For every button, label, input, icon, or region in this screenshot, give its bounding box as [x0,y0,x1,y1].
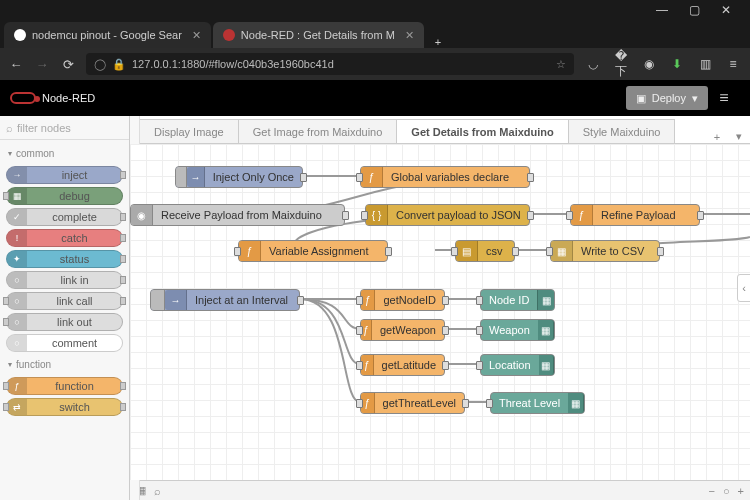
window-minimize[interactable]: — [646,3,678,17]
forward-icon[interactable]: → [34,57,50,72]
palette-node-complete[interactable]: ✓complete [6,208,123,226]
function-icon: ƒ [361,167,383,187]
add-flow-button[interactable]: + [706,131,728,143]
node-debug-threat[interactable]: Threat Level ▦ [490,392,585,414]
node-label: Weapon [481,324,538,336]
palette-node-switch[interactable]: ⇄switch [6,398,123,416]
flow-tab[interactable]: Get Image from Maixduino [238,119,398,143]
node-inject-once[interactable]: → Inject Only Once [175,166,303,188]
palette-filter[interactable]: ⌕ filter nodes [0,116,129,140]
browser-tabstrip: nodemcu pinout - Google Sear ✕ Node-RED … [0,20,750,48]
new-tab-button[interactable]: + [426,36,450,48]
app-menu-icon[interactable]: ≡ [724,57,742,71]
flow-tabs: ‹ Display Image Get Image from Maixduino… [130,116,750,144]
palette-category[interactable]: common [6,144,123,163]
back-icon[interactable]: ← [8,57,24,72]
node-receive-payload[interactable]: ◉ Receive Payload from Maixduino [130,204,345,226]
lock-icon: 🔒 [112,58,126,71]
node-label: Convert payload to JSON [388,209,529,221]
extension-icon[interactable]: ⬇ [668,57,686,71]
main-menu-icon[interactable]: ≡ [708,89,740,107]
node-refine-payload[interactable]: ƒ Refine Payload [570,204,700,226]
address-bar[interactable]: ◯ 🔒 127.0.0.1:1880/#flow/c040b3e1960bc41… [86,53,574,75]
palette-category[interactable]: function [6,355,123,374]
node-getlatitude[interactable]: ƒ getLatitude [360,354,445,376]
function-icon: ƒ [571,205,593,225]
http-in-icon: ◉ [131,205,153,225]
node-type-icon: ✓ [7,209,27,225]
library-icon[interactable]: ▥ [696,57,714,71]
inject-icon: → [187,167,204,187]
flow-tab[interactable]: Style Maixduino [568,119,676,143]
palette-node-link-in[interactable]: ○link in [6,271,123,289]
palette-node-function[interactable]: ƒfunction [6,377,123,395]
nodered-header: Node-RED ▣ Deploy ▾ ≡ [0,80,750,116]
flow-tab-label: Get Details from Maixduino [411,126,553,138]
search-icon[interactable]: ⌕ [154,485,161,497]
zoom-reset-button[interactable]: ○ [723,485,730,497]
window-close[interactable]: ✕ [710,3,742,17]
flow-list-button[interactable]: ▾ [728,130,750,143]
palette-node-link-out[interactable]: ○link out [6,313,123,331]
flow-tab-label: Style Maixduino [583,126,661,138]
palette-node-inject[interactable]: →inject [6,166,123,184]
node-label: Location [481,359,539,371]
node-debug-location[interactable]: Location ▦ [480,354,555,376]
download-icon[interactable]: �下 [612,49,630,80]
close-icon[interactable]: ✕ [405,29,414,42]
node-debug-nodeid[interactable]: Node ID ▦ [480,289,555,311]
node-csv[interactable]: ▤ csv [455,240,515,262]
browser-tab[interactable]: nodemcu pinout - Google Sear ✕ [4,22,211,48]
palette: ⌕ filter nodes common→inject▦debug✓compl… [0,116,130,500]
palette-node-label: status [27,253,122,265]
node-type-icon: ▦ [7,188,27,204]
inject-icon: → [165,290,187,310]
palette-node-catch[interactable]: !catch [6,229,123,247]
flow-canvas[interactable]: → Inject Only Once ƒ Global variables de… [130,144,750,480]
node-label: Refine Payload [593,209,684,221]
account-icon[interactable]: ◉ [640,57,658,71]
node-variable-assignment[interactable]: ƒ Variable Assignment [238,240,388,262]
nodered-logo-icon [10,92,36,104]
function-icon: ƒ [361,393,375,413]
node-getweapon[interactable]: ƒ getWeapon [360,319,445,341]
node-getnodeid[interactable]: ƒ getNodeID [360,289,445,311]
close-icon[interactable]: ✕ [192,29,201,42]
palette-node-debug[interactable]: ▦debug [6,187,123,205]
browser-tab-active[interactable]: Node-RED : Get Details from M ✕ [213,22,424,48]
sidebar-expand[interactable]: ‹ [737,274,750,302]
node-write-csv[interactable]: ▦ Write to CSV [550,240,660,262]
palette-node-link-call[interactable]: ○link call [6,292,123,310]
flow-tab[interactable]: Display Image [139,119,239,143]
palette-node-label: link in [27,274,122,286]
json-icon: { } [366,205,388,225]
inject-button[interactable] [176,167,187,187]
browser-tab-title: Node-RED : Get Details from M [241,29,395,41]
palette-node-label: debug [27,190,122,202]
node-type-icon: ○ [7,272,27,288]
window-maximize[interactable]: ▢ [678,3,710,17]
bookmark-icon[interactable]: ☆ [556,58,566,71]
debug-icon: ▦ [538,320,554,340]
pocket-icon[interactable]: ◡ [584,57,602,71]
node-label: getNodeID [375,294,444,306]
reload-icon[interactable]: ⟳ [60,57,76,72]
node-label: csv [478,245,511,257]
flow-tab-active[interactable]: Get Details from Maixduino [396,119,568,143]
node-label: getLatitude [374,359,444,371]
palette-node-label: complete [27,211,122,223]
node-debug-weapon[interactable]: Weapon ▦ [480,319,555,341]
filter-placeholder: filter nodes [17,122,71,134]
inject-button[interactable] [151,290,165,310]
node-global-declare[interactable]: ƒ Global variables declare [360,166,530,188]
zoom-in-button[interactable]: + [738,485,744,497]
palette-node-label: link call [27,295,122,307]
node-getthreatlevel[interactable]: ƒ getThreatLevel [360,392,465,414]
palette-node-status[interactable]: ✦status [6,250,123,268]
palette-node-comment[interactable]: ○comment [6,334,123,352]
node-convert-json[interactable]: { } Convert payload to JSON [365,204,530,226]
node-type-icon: ○ [7,293,27,309]
node-inject-interval[interactable]: → Inject at an Interval [150,289,300,311]
zoom-out-button[interactable]: − [708,485,714,497]
deploy-button[interactable]: ▣ Deploy ▾ [626,86,708,110]
